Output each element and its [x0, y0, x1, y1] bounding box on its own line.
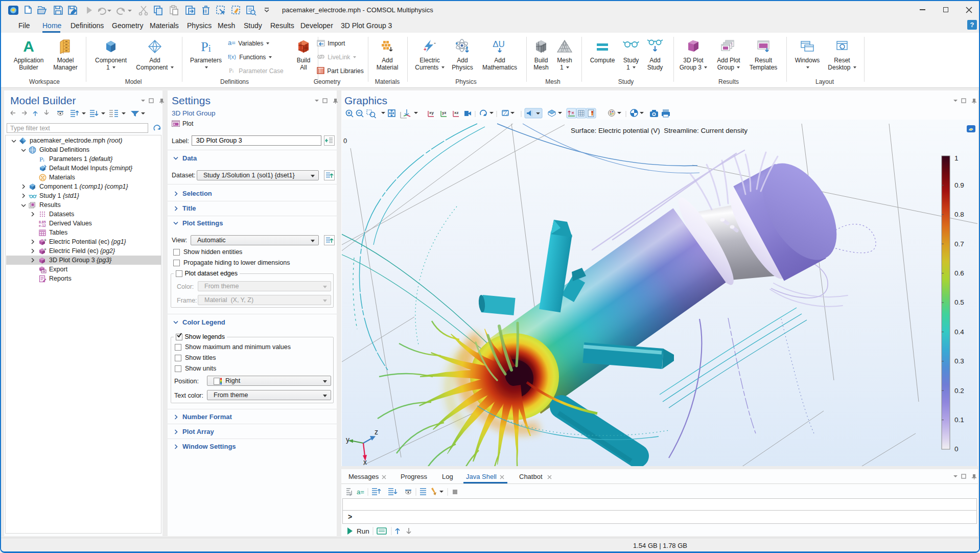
svg-text:xz: xz — [454, 110, 458, 115]
svg-text:0.5: 0.5 — [954, 298, 964, 306]
svg-text:0.1: 0.1 — [954, 416, 964, 424]
svg-text:yz: yz — [442, 110, 446, 115]
svg-text:0.2: 0.2 — [954, 387, 964, 395]
svg-text:Pi: Pi — [39, 155, 44, 163]
svg-text:x: x — [363, 458, 367, 466]
svg-text:ΔU: ΔU — [493, 39, 505, 49]
svg-text:1: 1 — [954, 154, 959, 162]
svg-text:0.6: 0.6 — [954, 269, 964, 277]
svg-text:Pi: Pi — [229, 67, 234, 74]
svg-text:0.7: 0.7 — [954, 240, 964, 248]
svg-text:Surface: Electric potential (V: Surface: Electric potential (V) Streamli… — [571, 127, 748, 134]
svg-text:A: A — [23, 38, 34, 55]
svg-text:0.8: 0.8 — [954, 211, 964, 218]
svg-text:y: y — [346, 435, 349, 444]
svg-text:0: 0 — [954, 445, 959, 453]
svg-text:a=: a= — [357, 488, 364, 496]
svg-text:0.9: 0.9 — [954, 181, 964, 189]
svg-text:Pi: Pi — [201, 39, 211, 54]
svg-text:Run: Run — [357, 527, 369, 535]
svg-text:8.85: 8.85 — [39, 220, 46, 224]
svg-text:f(x): f(x) — [228, 54, 236, 60]
svg-text:0.4: 0.4 — [954, 328, 964, 336]
svg-text:+: + — [424, 47, 427, 52]
svg-text:xy: xy — [429, 110, 434, 115]
svg-text:0.3: 0.3 — [954, 357, 964, 365]
svg-text:e-12: e-12 — [39, 224, 46, 227]
svg-text:0: 0 — [343, 137, 347, 145]
svg-text:z: z — [375, 428, 378, 436]
svg-text:a=: a= — [228, 39, 236, 47]
